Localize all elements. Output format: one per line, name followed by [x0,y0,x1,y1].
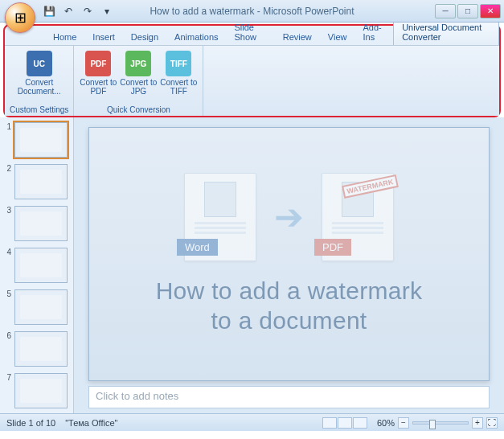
convert-jpg-button[interactable]: JPG Convert to JPG [119,49,158,104]
theme-name: "Тема Office" [65,418,117,428]
thumbnail-1[interactable]: 1 [3,122,70,158]
workspace: 1 2 3 4 5 6 7 8 Word ➔ WATERMARK PDF [0,117,504,413]
zoom-out-button[interactable]: − [398,417,409,429]
thumbnail-2[interactable]: 2 [3,164,70,199]
pdf-icon: PDF [85,51,111,76]
tab-insert[interactable]: Insert [84,29,123,45]
status-bar: Slide 1 of 10 "Тема Office" 60% − + ⛶ [0,413,504,431]
group-label: Quick Conversion [107,104,170,114]
redo-icon[interactable]: ↷ [80,4,95,18]
ribbon-tabs: Home Insert Design Animations Slide Show… [5,26,499,45]
maximize-button[interactable]: □ [457,4,478,18]
tab-addins[interactable]: Add-Ins [354,19,393,45]
slideshow-view-button[interactable] [353,417,367,429]
btn-label: Convert to PDF [79,78,117,96]
tab-design[interactable]: Design [123,29,166,45]
pdf-doc-icon: WATERMARK PDF [322,173,394,261]
slide-graphic: Word ➔ WATERMARK PDF [184,173,394,261]
thumbnail-5[interactable]: 5 [3,289,70,325]
thumbnail-3[interactable]: 3 [3,206,70,241]
slide-thumbnails[interactable]: 1 2 3 4 5 6 7 8 [0,117,74,413]
ribbon-highlight: Home Insert Design Animations Slide Show… [3,24,501,117]
convert-tiff-button[interactable]: TIFF Convert to TIFF [159,49,198,104]
qat-dropdown-icon[interactable]: ▾ [100,4,114,18]
minimize-button[interactable]: ─ [435,4,456,18]
arrow-icon: ➔ [274,196,304,237]
udc-icon: UC [27,51,52,76]
group-label: Custom Settings [10,104,68,114]
slide-title: How to add a watermark to a document [156,276,423,336]
fit-button[interactable]: ⛶ [486,417,498,429]
quick-access-toolbar: 💾 ↶ ↷ ▾ [42,4,114,18]
zoom-controls: 60% − + ⛶ [377,417,498,429]
btn-label: Convert to JPG [119,78,158,96]
tab-home[interactable]: Home [45,29,84,45]
tab-animations[interactable]: Animations [166,29,226,45]
view-buttons [322,417,367,429]
btn-label: Convert to TIFF [159,78,198,96]
word-badge: Word [177,239,218,256]
thumbnail-7[interactable]: 7 [3,373,70,408]
zoom-in-button[interactable]: + [472,417,483,429]
thumbnail-4[interactable]: 4 [3,248,70,283]
editor-pane: Word ➔ WATERMARK PDF How to add a waterm… [74,117,504,413]
jpg-icon: JPG [125,51,151,76]
normal-view-button[interactable] [322,417,337,429]
thumbnail-6[interactable]: 6 [3,331,70,367]
group-quick-conversion: PDF Convert to PDF JPG Convert to JPG TI… [74,46,203,116]
slide-counter: Slide 1 of 10 [6,418,55,428]
tab-review[interactable]: Review [275,29,320,45]
btn-label: Convert Document... [18,78,61,96]
title-bar: ⊞ 💾 ↶ ↷ ▾ How to add a watermark - Micro… [0,0,504,23]
close-button[interactable]: ✕ [480,4,501,18]
tab-view[interactable]: View [320,29,355,45]
tiff-icon: TIFF [166,51,191,76]
group-custom-settings: UC Convert Document... Custom Settings [5,46,74,116]
save-icon[interactable]: 💾 [42,4,56,18]
office-button[interactable]: ⊞ [5,2,35,33]
word-doc-icon: Word [184,173,256,261]
notes-pane[interactable]: Click to add notes [88,386,490,408]
sorter-view-button[interactable] [338,417,352,429]
pdf-badge: PDF [314,239,351,256]
convert-document-button[interactable]: UC Convert Document... [20,49,59,104]
undo-icon[interactable]: ↶ [61,4,76,18]
zoom-value: 60% [377,418,395,428]
slide-canvas[interactable]: Word ➔ WATERMARK PDF How to add a waterm… [88,127,490,381]
ribbon-content: UC Convert Document... Custom Settings P… [5,45,499,116]
zoom-slider[interactable] [412,421,469,425]
tab-slideshow[interactable]: Slide Show [227,19,275,45]
convert-pdf-button[interactable]: PDF Convert to PDF [79,49,117,104]
